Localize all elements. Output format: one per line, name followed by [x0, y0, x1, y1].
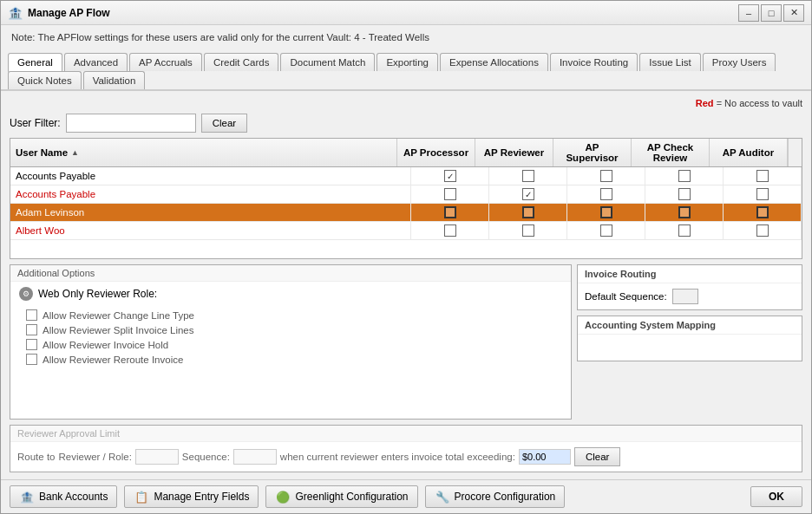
ok-button[interactable]: OK: [750, 486, 802, 507]
processor-checkbox[interactable]: [444, 206, 456, 218]
tab-advanced[interactable]: Advanced: [64, 53, 128, 71]
auditor-checkbox[interactable]: [756, 206, 769, 218]
row-checkreview-check[interactable]: [645, 167, 724, 185]
table-row[interactable]: Adam Levinson: [10, 204, 802, 222]
supervisor-checkbox[interactable]: [600, 170, 612, 182]
col-username: User Name ▲: [10, 139, 397, 166]
option-checkbox-4[interactable]: [26, 354, 37, 365]
row-auditor-check[interactable]: [724, 185, 802, 203]
greenlight-config-button[interactable]: 🟢 Greenlight Configuration: [265, 485, 417, 508]
approval-clear-button[interactable]: Clear: [574, 447, 620, 466]
tab-exporting[interactable]: Exporting: [377, 53, 438, 71]
option-checkbox-3[interactable]: [26, 339, 37, 350]
procore-icon: 🔧: [435, 490, 450, 504]
row-processor-check[interactable]: [411, 204, 489, 221]
reviewer-role-label: Web Only Reviewer Role:: [38, 288, 157, 300]
row-reviewer-check[interactable]: [489, 204, 567, 221]
row-checkreview-check[interactable]: [645, 185, 724, 203]
app-icon: 🏦: [8, 6, 23, 20]
window-title: Manage AP Flow: [28, 7, 733, 19]
note-text: Note: The APFlow settings for these user…: [11, 32, 429, 42]
row-processor-check[interactable]: [411, 185, 489, 203]
tab-proxy-users[interactable]: Proxy Users: [703, 53, 776, 71]
greenlight-icon: 🟢: [275, 490, 291, 504]
supervisor-checkbox[interactable]: [600, 188, 612, 200]
default-sequence-input[interactable]: [672, 289, 698, 304]
tab-ap-accruals[interactable]: AP Accruals: [129, 53, 202, 71]
invoice-routing-title: Invoice Routing: [578, 265, 802, 283]
row-reviewer-check[interactable]: [489, 167, 567, 185]
additional-options-title: Additional Options: [10, 265, 571, 282]
default-sequence-row: Default Sequence:: [585, 289, 795, 304]
tab-issue-list[interactable]: Issue List: [639, 53, 701, 71]
auditor-checkbox[interactable]: [756, 188, 769, 200]
option-checkbox-1[interactable]: [26, 309, 37, 321]
sequence-input[interactable]: [233, 449, 277, 465]
option-label-1: Allow Reviewer Change Line Type: [43, 310, 194, 321]
option-checkbox-2[interactable]: [26, 324, 37, 335]
row-supervisor-check[interactable]: [567, 167, 645, 185]
processor-checkbox[interactable]: [444, 224, 456, 237]
sort-arrow: ▲: [71, 148, 79, 157]
gear-icon: ⚙: [19, 287, 33, 301]
reviewer-checkbox[interactable]: [522, 206, 534, 218]
minimize-button[interactable]: –: [738, 4, 759, 22]
row-processor-check[interactable]: [411, 222, 489, 239]
amount-input[interactable]: [519, 449, 571, 465]
reviewer-checkbox[interactable]: [522, 170, 534, 182]
tab-credit-cards[interactable]: Credit Cards: [204, 53, 279, 71]
row-auditor-check[interactable]: [724, 167, 802, 185]
additional-options-content: ⚙ Web Only Reviewer Role: Allow Reviewer…: [10, 282, 571, 419]
row-reviewer-check[interactable]: [489, 185, 567, 203]
filter-clear-button[interactable]: Clear: [201, 114, 247, 133]
row-supervisor-check[interactable]: [567, 204, 645, 221]
tab-validation[interactable]: Validation: [83, 71, 146, 89]
manage-entry-fields-button[interactable]: 📋 Manage Entry Fields: [124, 485, 259, 508]
table-header: User Name ▲ AP Processor AP Reviewer AP …: [10, 139, 802, 167]
bank-accounts-button[interactable]: 🏦 Bank Accounts: [10, 485, 117, 508]
procore-config-button[interactable]: 🔧 Procore Configuration: [425, 485, 566, 508]
tab-document-match[interactable]: Document Match: [280, 53, 375, 71]
checkreview-checkbox[interactable]: [678, 206, 691, 218]
additional-options-panel: Additional Options ⚙ Web Only Reviewer R…: [10, 264, 572, 420]
row-supervisor-check[interactable]: [567, 185, 645, 203]
window-controls: – □ ✕: [738, 4, 804, 22]
option-label-4: Allow Reviewer Reroute Invoice: [43, 355, 183, 365]
maximize-button[interactable]: □: [761, 4, 782, 22]
checkreview-checkbox[interactable]: [678, 224, 691, 237]
auditor-checkbox[interactable]: [756, 170, 769, 182]
option-row-3: Allow Reviewer Invoice Hold: [19, 339, 562, 350]
supervisor-checkbox[interactable]: [600, 206, 612, 218]
row-auditor-check[interactable]: [724, 222, 802, 239]
checkreview-checkbox[interactable]: [678, 170, 691, 182]
reviewer-checkbox[interactable]: [522, 224, 534, 237]
reviewer-checkbox[interactable]: [522, 188, 534, 200]
supervisor-checkbox[interactable]: [600, 224, 612, 237]
auditor-checkbox[interactable]: [756, 224, 769, 237]
bank-accounts-label: Bank Accounts: [39, 491, 108, 503]
row-reviewer-check[interactable]: [489, 222, 567, 239]
route-input[interactable]: [135, 449, 179, 465]
tab-invoice-routing[interactable]: Invoice Routing: [550, 53, 638, 71]
col-processor: AP Processor: [397, 139, 475, 166]
checkreview-checkbox[interactable]: [678, 188, 691, 200]
processor-checkbox[interactable]: [444, 188, 456, 200]
row-processor-check[interactable]: [411, 167, 489, 185]
row-supervisor-check[interactable]: [567, 222, 645, 239]
table-row[interactable]: Albert Woo: [10, 222, 802, 240]
close-button[interactable]: ✕: [783, 4, 804, 22]
invoice-routing-content: Default Sequence:: [578, 283, 802, 309]
tab-quick-notes[interactable]: Quick Notes: [8, 71, 82, 89]
processor-checkbox[interactable]: [444, 170, 456, 182]
tab-expense-allocations[interactable]: Expense Allocations: [440, 53, 548, 71]
row-checkreview-check[interactable]: [645, 222, 724, 239]
scrollbar-placeholder: [788, 139, 802, 166]
table-row[interactable]: Accounts Payable: [10, 185, 802, 204]
table-row[interactable]: Accounts Payable: [10, 167, 802, 185]
row-auditor-check[interactable]: [724, 204, 802, 221]
bank-accounts-icon: 🏦: [19, 490, 35, 504]
tab-general[interactable]: General: [8, 53, 62, 73]
col-supervisor: AP Supervisor: [553, 139, 632, 166]
row-checkreview-check[interactable]: [645, 204, 724, 221]
user-filter-input[interactable]: [66, 114, 196, 133]
